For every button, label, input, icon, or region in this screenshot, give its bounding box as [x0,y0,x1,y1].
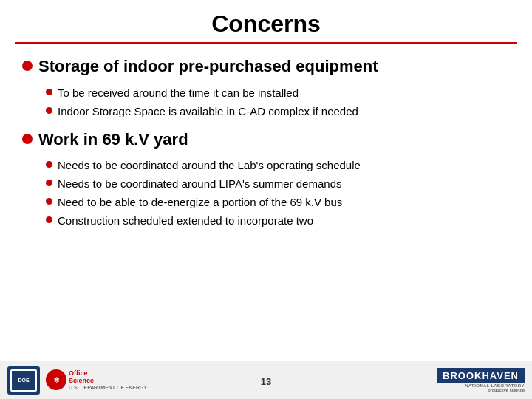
office-science-text-block: Office Science U.S. DEPARTMENT OF ENERGY [69,369,147,392]
sub-bullet-work-4: Construction scheduled extended to incor… [58,213,313,228]
list-item: Indoor Storage Space is available in C-A… [46,103,510,119]
list-item: Need to be able to de-energize a portion… [46,194,510,210]
sub-bullet-work-3: Need to be able to de-energize a portion… [58,194,342,210]
sub-bullet-dot [46,198,52,205]
doe-logo-inner: DOE [10,369,37,392]
main-bullet-storage-text: Storage of indoor pre-purchased equipmen… [38,56,378,78]
sub-bullet-dot [46,89,52,95]
main-bullet-storage: Storage of indoor pre-purchased equipmen… [22,56,510,78]
bullet-dot-work [22,134,33,144]
sub-bullet-work-2: Needs to be coordinated around LIPA's su… [58,176,341,191]
sub-bullet-dot [46,161,52,168]
office-science-icon-inner: ⚛ [53,376,60,384]
main-bullet-work-text: Work in 69 k.V yard [38,129,188,151]
list-item: Needs to be coordinated around the Lab's… [46,157,510,173]
list-item: Needs to be coordinated around LIPA's su… [46,176,510,191]
page-title: Concerns [15,10,517,38]
bullet-dot-storage [22,61,33,71]
title-divider [15,42,517,44]
footer-bar: DOE ⚛ Office Science U.S. DEPARTMENT OF … [0,361,532,399]
content-area: Storage of indoor pre-purchased equipmen… [0,56,532,246]
brookhaven-logo: BROOKHAVEN NATIONAL LABORATORY productiv… [437,368,525,392]
doe-logo-text: DOE [18,378,29,383]
sub-bullets-work: Needs to be coordinated around the Lab's… [22,157,510,228]
page-number: 13 [261,376,271,387]
footer-left: DOE ⚛ Office Science U.S. DEPARTMENT OF … [7,366,147,395]
list-item: To be received around the time it can be… [46,85,510,100]
office-science-label: Office Science [69,369,147,386]
slide: Concerns Storage of indoor pre-purchased… [0,0,532,399]
main-bullet-work: Work in 69 k.V yard [22,129,510,151]
sub-bullet-storage-2: Indoor Storage Space is available in C-A… [58,103,358,119]
productive-science-label: productive science [488,388,525,392]
doe-label: U.S. DEPARTMENT OF ENERGY [69,385,147,391]
list-item: Construction scheduled extended to incor… [46,213,510,228]
sub-bullet-work-1: Needs to be coordinated around the Lab's… [58,157,361,173]
sub-bullet-dot [46,107,52,114]
doe-logo: DOE [7,366,40,395]
sub-bullet-storage-1: To be received around the time it can be… [58,85,299,100]
office-science-icon: ⚛ [46,369,66,390]
office-science-logo: ⚛ Office Science U.S. DEPARTMENT OF ENER… [46,369,147,392]
sub-bullet-dot [46,180,52,186]
title-area: Concerns [0,0,532,42]
brookhaven-label: BROOKHAVEN [437,368,525,383]
sub-bullets-storage: To be received around the time it can be… [22,85,510,119]
sub-bullet-dot [46,216,52,223]
